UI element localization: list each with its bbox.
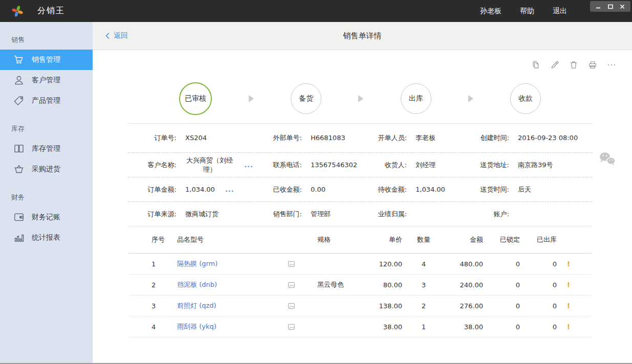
sidebar-item-statistics-report[interactable]: 统计报表 [0, 228, 93, 248]
cart-icon [13, 54, 25, 66]
sidebar-item-label: 财务记账 [32, 213, 60, 222]
step-circle[interactable]: 收款 [510, 83, 541, 114]
sidebar-item-customer-management[interactable]: 客户管理 [0, 70, 93, 90]
detail-label: 客户名称: [128, 161, 177, 170]
table-header-cell: 已出库 [520, 235, 557, 244]
shipped-value: 0 [520, 323, 557, 331]
titlebar-menu-help[interactable]: 帮助 [520, 7, 534, 16]
detail-value: XS204 [185, 133, 207, 143]
detail-pair: 外部单号:H6681083 [253, 133, 358, 143]
detail-label: 销售部门: [253, 210, 302, 219]
sidebar-item-product-management[interactable]: 产品管理 [0, 90, 93, 111]
edit-button[interactable] [550, 61, 560, 71]
sidebar-item-inventory-management[interactable]: 库存管理 [0, 139, 93, 159]
unit-price-value: 38.00 [374, 323, 402, 331]
tag-icon [13, 95, 25, 107]
detail-value: 1,034.00 [185, 185, 215, 194]
detail-value-line2: （刘经理） [203, 156, 233, 173]
detail-value: 李老板 [416, 133, 435, 143]
locked-value: 0 [483, 302, 520, 310]
print-button[interactable] [587, 61, 598, 71]
locked-value: 0 [483, 281, 520, 289]
sidebar-item-label: 采购进货 [32, 165, 60, 174]
table-row: 1隔热膜 (grm)120.004480.0000! [128, 254, 592, 275]
wechat-icon[interactable] [598, 151, 617, 169]
amount-value: 480.00 [445, 260, 483, 268]
app-logo-pinwheel-icon [11, 5, 24, 18]
order-detail-content: 已审核备货出库收款 订单号:XS204外部单号:H6681083开单人员:李老板… [93, 50, 632, 363]
detail-pair: 订单金额:1,034.00... [128, 185, 253, 194]
detail-more-link[interactable]: ... [225, 186, 234, 193]
row-number: 2 [151, 281, 177, 289]
detail-value: 南京路39号 [518, 161, 553, 170]
stock-warning-indicator: ! [557, 302, 580, 310]
sidebar-item-purchase[interactable]: 采购进货 [0, 159, 93, 179]
trash-icon [569, 60, 579, 72]
row-number: 1 [151, 260, 177, 268]
step-circle[interactable]: 出库 [401, 83, 431, 114]
product-image-icon[interactable] [287, 281, 308, 289]
step-arrow-icon [468, 95, 473, 102]
table-row: 2挡泥板 (dnb)黑云母色80.003240.0000! [128, 275, 592, 295]
table-row: 3前照灯 (qzd)138.002276.0000! [128, 295, 592, 316]
window-close-button[interactable] [618, 3, 626, 10]
detail-pair: 送货时间:后天 [461, 185, 592, 194]
product-image-icon[interactable] [287, 260, 308, 268]
detail-value: 2016-09-23 08:00 [518, 133, 578, 143]
titlebar-menu-logout[interactable]: 退出 [553, 7, 567, 16]
detail-row: 订单号:XS204外部单号:H6681083开单人员:李老板创建时间:2016-… [128, 124, 592, 153]
copy-button[interactable] [531, 61, 541, 71]
sidebar-item-finance-bookkeeping[interactable]: 财务记账 [0, 207, 93, 228]
sidebar-item-sales-management[interactable]: 销售管理 [0, 50, 93, 70]
detail-pair: 客户名称:大兴商贸（刘经理）... [128, 156, 253, 174]
detail-pair: 创建时间:2016-09-23 08:00 [461, 133, 592, 143]
unit-price-value: 138.00 [374, 302, 402, 310]
step-circle[interactable]: 备货 [291, 83, 321, 114]
table-header-row: 序号品名型号规格单价数量金额已锁定已出库 [128, 226, 592, 254]
stock-warning-indicator: ! [557, 323, 580, 331]
titlebar-menu-user[interactable]: 孙老板 [480, 7, 502, 16]
delete-button[interactable] [569, 61, 579, 71]
product-name-link[interactable]: 隔热膜 (grm) [177, 259, 287, 268]
main-area: 返回 销售单详情 已审核备货出库收款 订单号:XS204外部单号:H668108… [93, 22, 632, 363]
quantity-value: 1 [402, 323, 445, 331]
unit-price-value: 80.00 [374, 281, 402, 289]
detail-pair: 联系电话:13567546302 [253, 161, 358, 170]
product-name-link[interactable]: 雨刮器 (ykq) [177, 322, 287, 331]
wallet-icon [13, 211, 25, 223]
product-name-link[interactable]: 前照灯 (qzd) [177, 301, 287, 310]
sidebar-item-label: 销售管理 [32, 55, 60, 64]
sidebar-item-label: 产品管理 [32, 96, 60, 105]
detail-value: 13567546302 [311, 161, 357, 170]
table-header-cell: 金额 [445, 235, 483, 244]
detail-label: 创建时间: [461, 133, 509, 143]
order-details: 订单号:XS204外部单号:H6681083开单人员:李老板创建时间:2016-… [128, 123, 592, 226]
sidebar-item-label: 统计报表 [32, 233, 60, 242]
detail-pair: 开单人员:李老板 [358, 133, 461, 143]
row-number: 4 [151, 323, 177, 331]
shipped-value: 0 [520, 260, 557, 268]
table-row: 4雨刮器 (ykq)38.00138.0000! [128, 316, 592, 337]
table-header-cell: 序号 [151, 235, 177, 244]
amount-value: 276.00 [445, 302, 483, 310]
back-button[interactable]: 返回 [105, 31, 128, 40]
basket-icon [13, 163, 25, 175]
step-circle[interactable]: 已审核 [179, 82, 212, 115]
items-table: 序号品名型号规格单价数量金额已锁定已出库1隔热膜 (grm)120.004480… [128, 226, 592, 337]
product-image-icon[interactable] [287, 323, 308, 331]
locked-value: 0 [483, 323, 520, 331]
detail-pair: 已收金额:0.00 [253, 185, 358, 194]
pencil-icon [550, 60, 560, 72]
window-maximize-button[interactable] [606, 3, 615, 10]
detail-pair: 送货地址:南京路39号 [461, 161, 592, 170]
product-image-icon[interactable] [287, 302, 308, 310]
detail-more-link[interactable]: ... [244, 161, 253, 169]
step-arrow-icon [249, 95, 254, 102]
detail-label: 订单来源: [128, 210, 177, 219]
product-name-link[interactable]: 挡泥板 (dnb) [177, 280, 287, 289]
more-button[interactable] [606, 61, 617, 71]
printer-icon [587, 60, 598, 72]
shipped-value: 0 [520, 281, 557, 289]
detail-label: 送货时间: [461, 185, 509, 194]
window-minimize-button[interactable] [594, 3, 602, 10]
